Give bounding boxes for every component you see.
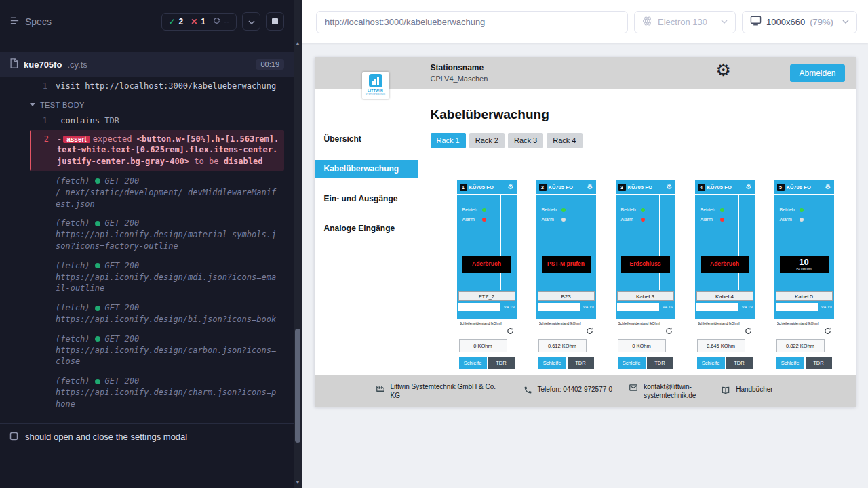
browser-label: Electron 130 <box>658 17 707 27</box>
schleife-button[interactable]: Schleife <box>459 357 487 369</box>
failed-count: ✕1 <box>191 17 205 26</box>
card-divider <box>616 194 675 195</box>
measurement-panel: Schleifenwiderstand [kOhm] 0 KOhm Schlei… <box>457 319 517 371</box>
stop-button[interactable] <box>266 12 284 30</box>
tab-rack-2[interactable]: Rack 2 <box>469 133 505 148</box>
scrollbar-thumb[interactable] <box>295 329 300 443</box>
viewport-selector[interactable]: 1000x660 (79%) <box>742 11 857 33</box>
logo-subtext: SYSTEMTECHNIK <box>366 93 385 96</box>
success-dot-icon <box>95 306 100 311</box>
command-assert-failed[interactable]: 2 -assertexpected <button.w-[50%].h-[1.5… <box>30 130 284 171</box>
schleife-button[interactable]: Schleife <box>538 357 566 369</box>
reporter-scrollbar[interactable]: ▲ ▼ <box>294 0 302 488</box>
success-dot-icon <box>95 221 100 226</box>
test-body-section[interactable]: TEST BODY <box>30 101 284 109</box>
cable-field <box>696 303 738 311</box>
footer-manuals[interactable]: Handbücher <box>721 385 772 398</box>
tdr-button[interactable]: TDR <box>647 357 673 369</box>
schleife-button[interactable]: Schleife <box>618 357 646 369</box>
x-icon: ✕ <box>191 17 197 26</box>
scroll-up-icon[interactable]: ▲ <box>294 39 302 47</box>
card-divider <box>536 194 596 195</box>
card-divider-vertical <box>818 194 818 290</box>
gear-icon[interactable]: ⚙ <box>825 183 831 191</box>
schleife-button[interactable]: Schleife <box>776 357 804 369</box>
card-model: KÜ705-FO <box>549 184 573 190</box>
cable-name: Kabel 4 <box>696 291 753 301</box>
footer-email[interactable]: kontakt@littwin-systemtechnik.de <box>629 382 705 401</box>
tdr-button[interactable]: TDR <box>488 357 515 369</box>
fetch-log-row[interactable]: (fetch)GET 200 https://api.iconify.desig… <box>30 257 284 298</box>
fetch-url: /_next/static/development/_devMiddleware… <box>56 187 280 210</box>
device-card-1: 1 KÜ705-FO ⚙ Betrieb Alarm Aderbruch FTZ… <box>457 180 517 371</box>
line-number: 2 <box>34 134 49 167</box>
gear-icon[interactable]: ⚙ <box>587 183 593 191</box>
station-info: Stationsname CPLV4_Maschen <box>431 63 488 83</box>
fetch-log-row[interactable]: (fetch)GET 200 https://api.iconify.desig… <box>30 214 284 255</box>
collapse-button[interactable] <box>242 12 260 30</box>
success-dot-icon <box>95 263 100 268</box>
refresh-icon[interactable] <box>745 327 752 335</box>
fetch-url: https://api.iconify.design/carbon.json?i… <box>56 345 280 368</box>
pending-count: -- <box>213 17 229 26</box>
footer-company: Littwin Systemtechnik GmbH & Co. KG <box>376 382 507 401</box>
assert-expected-state: disabled <box>224 157 263 166</box>
scroll-down-icon[interactable]: ▼ <box>294 479 302 487</box>
aut-toolbar: Electron 130 1000x660 (79%) <box>302 0 868 43</box>
alarm-indicator: Alarm <box>701 217 724 222</box>
sidebar-item-uebersicht[interactable]: Übersicht <box>315 130 418 148</box>
fetch-log-row[interactable]: (fetch)GET 200 https://api.iconify.desig… <box>30 372 284 413</box>
fetch-log-row[interactable]: (fetch)GET 200 /_next/static/development… <box>30 172 284 213</box>
cable-field <box>538 303 580 311</box>
next-test-title: should open and close the settings modal <box>25 432 187 442</box>
fetch-url: https://api.iconify.design/mdi.json?icon… <box>56 272 280 295</box>
refresh-icon[interactable] <box>824 327 831 335</box>
sidebar-item-ein-und-ausgaenge[interactable]: Ein- und Ausgänge <box>315 190 418 207</box>
footer-phone: Telefon: 04402 972577-0 <box>524 385 613 397</box>
resistance-value: 0.612 KOhm <box>538 339 587 352</box>
tdr-button[interactable]: TDR <box>568 357 594 369</box>
gear-icon[interactable]: ⚙ <box>508 183 514 191</box>
sidebar-item-analoge-eingaenge[interactable]: Analoge Eingänge <box>315 220 418 237</box>
next-test-row[interactable]: should open and close the settings modal <box>0 423 294 451</box>
tab-rack-4[interactable]: Rack 4 <box>547 133 582 148</box>
settings-gear-icon[interactable]: ⚙ <box>716 62 731 79</box>
littwin-logo-icon <box>369 74 382 87</box>
card-number: 3 <box>618 184 626 191</box>
firmware-version: V4.19 <box>583 305 594 309</box>
gear-icon[interactable]: ⚙ <box>746 183 752 191</box>
browser-selector[interactable]: Electron 130 <box>634 11 736 33</box>
fetch-url: https://api.iconify.design/charm.json?ic… <box>56 387 280 410</box>
refresh-icon[interactable] <box>507 327 514 335</box>
betrieb-indicator: Betrieb <box>621 207 645 212</box>
card-model: KÜ705-FO <box>628 184 652 190</box>
alarm-indicator: Alarm <box>462 217 486 222</box>
gear-icon[interactable]: ⚙ <box>667 183 673 191</box>
firmware-version: V4.19 <box>742 305 753 309</box>
refresh-icon[interactable] <box>665 327 673 335</box>
fetch-log-row[interactable]: (fetch)GET 200 https://api.iconify.desig… <box>30 330 284 371</box>
tab-rack-3[interactable]: Rack 3 <box>508 133 543 148</box>
card-header: 3 KÜ705-FO ⚙ <box>618 183 673 192</box>
command-visit[interactable]: 1 visit http://localhost:3000/kabelueber… <box>30 77 284 96</box>
command-contains[interactable]: 1 -contains TDR <box>30 112 284 130</box>
betrieb-indicator: Betrieb <box>780 207 804 212</box>
viewport-zoom: (79%) <box>810 17 833 27</box>
tab-rack-1[interactable]: Rack 1 <box>431 133 466 148</box>
success-dot-icon <box>95 379 100 384</box>
url-input[interactable] <box>316 11 628 33</box>
device-cards-row: 1 KÜ705-FO ⚙ Betrieb Alarm Aderbruch FTZ… <box>457 180 856 371</box>
tdr-button[interactable]: TDR <box>806 357 832 369</box>
fetch-log-row[interactable]: (fetch)GET 200 https://api.iconify.desig… <box>30 299 284 329</box>
refresh-icon[interactable] <box>586 327 593 335</box>
logout-button[interactable]: Abmelden <box>790 64 844 82</box>
resistance-label: Schleifenwiderstand [kOhm] <box>539 321 593 326</box>
schleife-button[interactable]: Schleife <box>697 357 725 369</box>
tdr-button[interactable]: TDR <box>726 357 753 369</box>
measurement-panel: Schleifenwiderstand [kOhm] 0.822 KOhm Sc… <box>774 319 834 371</box>
book-icon <box>721 385 730 398</box>
spec-file-bar[interactable]: kue705fo .cy.ts 00:19 <box>0 52 294 77</box>
sidebar-item-kabelueberwachung[interactable]: Kabelüberwachung <box>315 160 418 178</box>
device-card-2: 2 KÜ705-FO ⚙ Betrieb Alarm PST-M prüfen … <box>536 180 596 371</box>
specs-button[interactable]: Specs <box>9 16 52 28</box>
